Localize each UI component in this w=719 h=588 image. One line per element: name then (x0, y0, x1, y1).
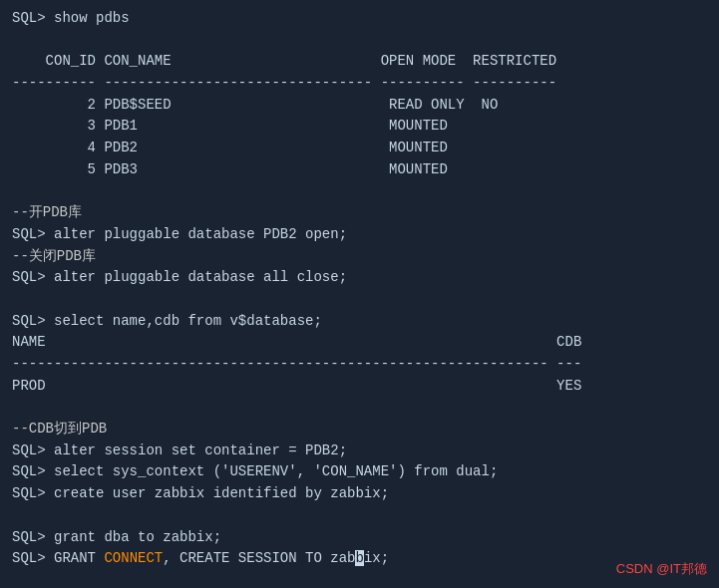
line-comment-close: --关闭PDB库 (12, 246, 707, 268)
cursor: b (355, 550, 363, 566)
line-grant-connect: SQL> GRANT CONNECT, CREATE SESSION TO za… (12, 548, 707, 570)
highlight-connect: CONNECT (104, 550, 163, 566)
line-blank-1 (12, 30, 707, 52)
line-sep2: ----------------------------------------… (12, 354, 707, 376)
line-comment-cdb: --CDB切到PDB (12, 419, 707, 441)
line-grant-dba: SQL> grant dba to zabbix; (12, 527, 707, 549)
line-create-user: SQL> create user zabbix identified by za… (12, 483, 707, 505)
line-blank-5 (12, 505, 707, 527)
line-select-cdb: SQL> select name,cdb from v$database; (12, 311, 707, 333)
line-select-context: SQL> select sys_context ('USERENV', 'CON… (12, 461, 707, 483)
branding-label: CSDN @IT邦德 (616, 560, 707, 578)
line-header: CON_ID CON_NAME OPEN MODE RESTRICTED (12, 51, 707, 73)
prompt-label: SQL> show pdbs (12, 10, 130, 26)
line-alter-session: SQL> alter session set container = PDB2; (12, 441, 707, 462)
line-blank-4 (12, 397, 707, 419)
line-blank-2 (12, 181, 707, 203)
line-alter-open: SQL> alter pluggable database PDB2 open; (12, 224, 707, 246)
line-1: SQL> show pdbs (12, 8, 707, 30)
line-pdb1: 3 PDB1 MOUNTED (12, 116, 707, 138)
line-header2: NAME CDB (12, 332, 707, 354)
line-prod: PROD YES (12, 376, 707, 398)
line-comment-open: --开PDB库 (12, 202, 707, 224)
terminal: SQL> show pdbs CON_ID CON_NAME OPEN MODE… (0, 0, 719, 588)
line-pdb2: 4 PDB2 MOUNTED (12, 138, 707, 159)
line-sep: ---------- -----------------------------… (12, 73, 707, 95)
line-pdb-seed: 2 PDB$SEED READ ONLY NO (12, 95, 707, 117)
line-pdb3: 5 PDB3 MOUNTED (12, 159, 707, 181)
line-blank-3 (12, 289, 707, 311)
line-alter-close: SQL> alter pluggable database all close; (12, 267, 707, 289)
